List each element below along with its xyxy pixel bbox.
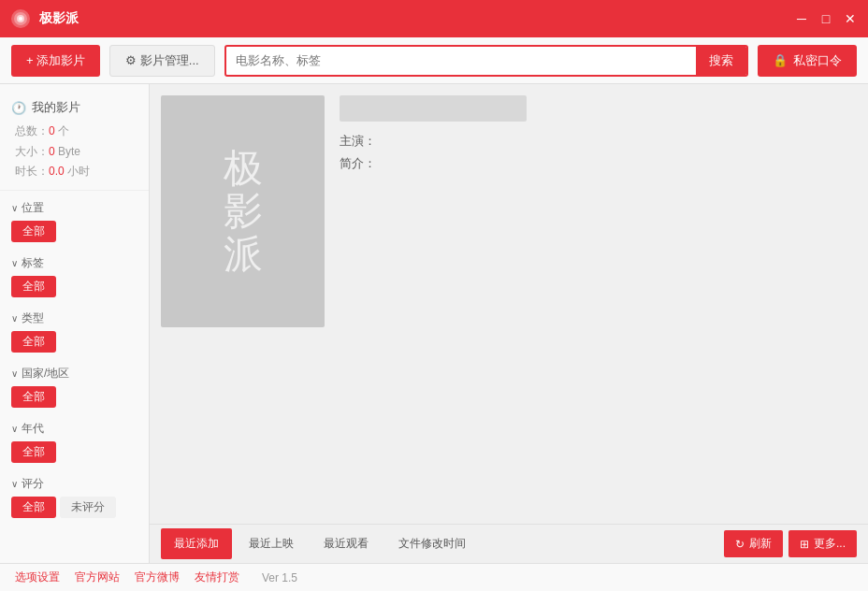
filter-section-title[interactable]: ∨标签: [11, 255, 137, 271]
more-label: 更多...: [814, 536, 846, 552]
duration-value: 0.0: [49, 165, 65, 178]
more-button[interactable]: ⊞ 更多...: [788, 530, 857, 557]
manage-movies-button[interactable]: ⚙ 影片管理...: [109, 45, 214, 77]
window-controls: ─ □ ✕: [793, 10, 859, 27]
my-movies-section: 🕐 我的影片 总数：0 个 大小：0 Byte 时长：0.0 小时: [0, 92, 149, 191]
movie-poster: 极影派: [161, 95, 325, 327]
footer-link[interactable]: 官方微博: [135, 569, 180, 585]
chevron-icon: ∨: [11, 203, 18, 213]
private-label: 私密口令: [793, 52, 842, 69]
footer-link[interactable]: 友情打赏: [195, 569, 239, 585]
content-area: 极影派 主演： 简介： 最近添加最近上映最近观看文件修改时间 ↻ 刷: [150, 84, 868, 563]
search-container: 搜索: [224, 45, 748, 77]
stat-size: 大小：0 Byte: [15, 142, 137, 163]
filter-section: ∨标签全部: [0, 252, 149, 307]
filter-tag-row: 全部: [11, 331, 137, 353]
lock-icon: 🔒: [773, 53, 788, 67]
filter-section-title[interactable]: ∨年代: [11, 421, 137, 437]
duration-unit: 小时: [65, 165, 90, 178]
filter-section-label: 类型: [22, 310, 44, 326]
tab-item[interactable]: 最近添加: [161, 528, 232, 559]
filter-tag-row: 全部: [11, 386, 137, 408]
poster-watermark: 极影派: [224, 147, 263, 277]
duration-label: 时长：: [15, 165, 49, 178]
filter-section-label: 评分: [22, 476, 44, 492]
clock-icon: 🕐: [11, 101, 26, 115]
size-value: 0: [49, 145, 55, 158]
filter-tag-button[interactable]: 未评分: [60, 497, 116, 518]
cast-label: 主演：: [340, 134, 376, 148]
footer-links: 选项设置官方网站官方微博友情打赏: [15, 569, 239, 585]
filter-tag-button[interactable]: 全部: [11, 386, 56, 408]
stat-total: 总数：0 个: [15, 122, 137, 142]
tab-item[interactable]: 文件修改时间: [385, 528, 479, 559]
filter-tag-button[interactable]: 全部: [11, 276, 56, 297]
size-unit: Byte: [55, 145, 80, 158]
filter-tag-button[interactable]: 全部: [11, 221, 56, 242]
intro-row: 简介：: [340, 155, 842, 172]
filter-tag-row: 全部未评分: [11, 497, 137, 518]
main-layout: 🕐 我的影片 总数：0 个 大小：0 Byte 时长：0.0 小时 ∨位置全部∨…: [0, 84, 868, 563]
filter-section-label: 位置: [22, 200, 44, 216]
chevron-icon: ∨: [11, 368, 18, 379]
movie-title-placeholder: [340, 95, 527, 122]
svg-point-3: [19, 17, 22, 21]
close-btn[interactable]: ✕: [842, 10, 859, 27]
tab-item[interactable]: 最近观看: [311, 528, 382, 559]
footer-link[interactable]: 官方网站: [75, 569, 120, 585]
tab-bar: 最近添加最近上映最近观看文件修改时间 ↻ 刷新 ⊞ 更多...: [150, 524, 868, 563]
filter-tag-row: 全部: [11, 441, 137, 463]
filter-section-title[interactable]: ∨评分: [11, 476, 137, 492]
refresh-label: 刷新: [749, 536, 772, 552]
my-movies-stats: 总数：0 个 大小：0 Byte 时长：0.0 小时: [11, 122, 137, 182]
filter-section-title[interactable]: ∨国家/地区: [11, 366, 137, 382]
total-value: 0: [49, 124, 55, 137]
chevron-icon: ∨: [11, 313, 18, 324]
filter-section-title[interactable]: ∨位置: [11, 200, 137, 216]
my-movies-title: 🕐 我的影片: [11, 99, 137, 116]
title-bar: 极影派 ─ □ ✕: [0, 0, 868, 37]
tab-item[interactable]: 最近上映: [236, 528, 307, 559]
refresh-icon: ↻: [735, 538, 745, 551]
tabs-list: 最近添加最近上映最近观看文件修改时间: [161, 528, 479, 559]
chevron-icon: ∨: [11, 479, 18, 489]
maximize-btn[interactable]: □: [817, 10, 834, 27]
size-label: 大小：: [15, 145, 49, 158]
filter-section: ∨年代全部: [0, 417, 149, 472]
filter-tag-row: 全部: [11, 276, 137, 297]
filter-section: ∨类型全部: [0, 307, 149, 362]
filter-section: ∨国家/地区全部: [0, 362, 149, 417]
add-movie-button[interactable]: + 添加影片: [11, 45, 100, 77]
grid-icon: ⊞: [800, 538, 809, 551]
filters-container: ∨位置全部∨标签全部∨类型全部∨国家/地区全部∨年代全部∨评分全部未评分: [0, 196, 149, 527]
minimize-btn[interactable]: ─: [793, 10, 810, 27]
footer-link[interactable]: 选项设置: [15, 569, 60, 585]
filter-section-title[interactable]: ∨类型: [11, 310, 137, 326]
my-movies-label: 我的影片: [32, 99, 80, 116]
toolbar: + 添加影片 ⚙ 影片管理... 搜索 🔒 私密口令: [0, 37, 868, 84]
sidebar: 🕐 我的影片 总数：0 个 大小：0 Byte 时长：0.0 小时 ∨位置全部∨…: [0, 84, 150, 563]
total-label: 总数：: [15, 124, 49, 137]
chevron-icon: ∨: [11, 424, 18, 434]
cast-row: 主演：: [340, 133, 842, 150]
search-input[interactable]: [226, 53, 696, 67]
intro-label: 简介：: [340, 156, 376, 170]
chevron-icon: ∨: [11, 258, 18, 268]
filter-tag-button[interactable]: 全部: [11, 331, 56, 353]
search-button[interactable]: 搜索: [696, 45, 746, 77]
filter-section: ∨位置全部: [0, 196, 149, 252]
footer: 选项设置官方网站官方微博友情打赏 Ver 1.5: [0, 563, 868, 591]
filter-tag-button[interactable]: 全部: [11, 497, 56, 518]
version-text: Ver 1.5: [262, 571, 297, 584]
filter-tag-button[interactable]: 全部: [11, 441, 56, 463]
tab-actions: ↻ 刷新 ⊞ 更多...: [724, 530, 857, 557]
movie-info: 主演： 简介：: [325, 95, 857, 512]
refresh-button[interactable]: ↻ 刷新: [724, 530, 783, 557]
stat-duration: 时长：0.0 小时: [15, 162, 137, 182]
filter-section: ∨评分全部未评分: [0, 472, 149, 527]
private-command-button[interactable]: 🔒 私密口令: [758, 45, 857, 77]
filter-tag-row: 全部: [11, 221, 137, 242]
movie-preview: 极影派 主演： 简介：: [150, 84, 868, 524]
app-icon: [9, 7, 32, 30]
filter-section-label: 年代: [22, 421, 44, 437]
